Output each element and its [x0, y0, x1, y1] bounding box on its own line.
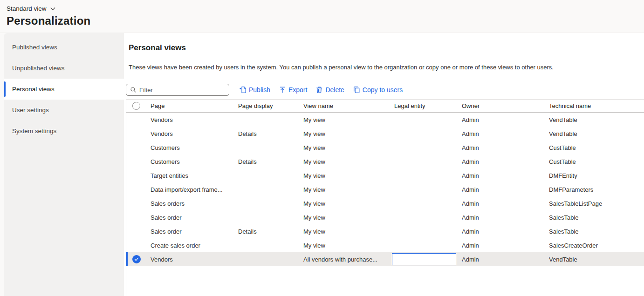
table-row[interactable]: Sales orders My view Admin SalesTableLis… — [126, 196, 644, 210]
cell-page: Customers — [151, 158, 238, 165]
table-body: Vendors My view Admin VendTable Vendors … — [126, 113, 644, 266]
cell-page: Data import/export frame... — [151, 186, 238, 193]
cell-owner: Admin — [462, 242, 549, 249]
cell-technical-name: SalesTable — [549, 228, 644, 235]
cell-page: Vendors — [151, 256, 238, 263]
cell-owner: Admin — [462, 172, 549, 179]
sidebar-item-label: Published views — [12, 44, 57, 51]
cell-legal-entity — [394, 253, 462, 265]
cell-page-display: Details — [238, 158, 303, 165]
content-area: Published views Unpublished views Person… — [0, 33, 644, 296]
main-panel: Personal views These views have been cre… — [124, 33, 644, 296]
check-icon — [134, 256, 139, 262]
cell-owner: Admin — [462, 228, 549, 235]
copy-to-users-label: Copy to users — [363, 86, 403, 94]
cell-page: Vendors — [151, 130, 238, 137]
sidebar-item-system-settings[interactable]: System settings — [4, 121, 124, 141]
cell-technical-name: VendTable — [549, 130, 644, 137]
view-selector[interactable]: Standard view — [7, 5, 56, 12]
chevron-down-icon — [50, 6, 56, 12]
cell-technical-name: CustTable — [549, 144, 644, 151]
cell-page: Target entities — [151, 172, 238, 179]
cell-owner: Admin — [462, 256, 549, 263]
cell-view-name: My view — [303, 172, 394, 179]
table-row[interactable]: Vendors Details My view Admin VendTable — [126, 127, 644, 141]
left-gutter — [0, 33, 4, 296]
sidebar-item-label: Unpublished views — [12, 65, 65, 72]
sidebar-item-user-settings[interactable]: User settings — [4, 100, 124, 121]
sidebar-nav: Published views Unpublished views Person… — [4, 37, 124, 141]
column-header-page-display[interactable]: Page display — [238, 102, 303, 109]
cell-view-name: My view — [303, 200, 394, 207]
table-row[interactable]: Sales order My view Admin SalesTable — [126, 210, 644, 224]
section-description: These views have been created by users i… — [129, 64, 644, 71]
cell-view-name: My view — [303, 116, 394, 123]
table-row[interactable]: Customers My view Admin CustTable — [126, 141, 644, 155]
column-header-legal-entity[interactable]: Legal entity — [394, 102, 462, 109]
personal-views-grid: Page Page display View name Legal entity… — [126, 99, 644, 296]
publish-label: Publish — [249, 86, 270, 94]
export-button[interactable]: Export — [274, 85, 311, 94]
table-row[interactable]: Data import/export frame... My view Admi… — [126, 182, 644, 196]
cell-view-name: My view — [303, 144, 394, 151]
section-heading: Personal views — [129, 43, 644, 53]
export-icon — [279, 86, 286, 94]
toolbar-actions: Publish Export Delete Copy to users — [235, 85, 407, 94]
cell-view-name: My view — [303, 214, 394, 221]
toolbar: Publish Export Delete Copy to users — [126, 84, 644, 96]
export-label: Export — [288, 86, 307, 94]
cell-technical-name: VendTable — [549, 256, 644, 263]
legal-entity-input[interactable] — [392, 253, 456, 265]
view-selector-label: Standard view — [7, 5, 47, 12]
cell-technical-name: SalesCreateOrder — [549, 242, 644, 249]
delete-label: Delete — [325, 86, 344, 94]
cell-page: Create sales order — [151, 242, 238, 249]
cell-technical-name: DMFEntity — [549, 172, 644, 179]
sidebar-item-published-views[interactable]: Published views — [4, 37, 124, 58]
cell-view-name: My view — [303, 158, 394, 165]
filter-box — [126, 84, 229, 96]
cell-page: Sales order — [151, 214, 238, 221]
copy-to-users-button[interactable]: Copy to users — [349, 85, 407, 94]
cell-technical-name: SalesTable — [549, 214, 644, 221]
sidebar-item-label: Personal views — [12, 86, 55, 93]
column-header-owner[interactable]: Owner — [462, 102, 549, 109]
selected-row-indicator — [126, 252, 128, 266]
page-title: Personalization — [7, 14, 644, 27]
cell-page: Customers — [151, 144, 238, 151]
sidebar: Published views Unpublished views Person… — [4, 33, 124, 296]
cell-page: Vendors — [151, 116, 238, 123]
table-row[interactable]: Create sales order My view Admin SalesCr… — [126, 238, 644, 252]
grid-header: Page Page display View name Legal entity… — [126, 99, 644, 113]
sidebar-item-personal-views[interactable]: Personal views — [4, 79, 124, 100]
publish-button[interactable]: Publish — [235, 85, 274, 94]
copy-icon — [353, 86, 360, 94]
delete-button[interactable]: Delete — [311, 85, 348, 94]
column-header-page[interactable]: Page — [151, 102, 238, 109]
table-row[interactable]: Target entities My view Admin DMFEntity — [126, 168, 644, 182]
cell-owner: Admin — [462, 214, 549, 221]
column-header-technical-name[interactable]: Technical name — [549, 102, 644, 109]
cell-owner: Admin — [462, 200, 549, 207]
filter-input[interactable] — [139, 87, 225, 94]
top-header: Standard view Personalization — [0, 0, 644, 33]
cell-owner: Admin — [462, 130, 549, 137]
cell-technical-name: VendTable — [549, 116, 644, 123]
publish-icon — [239, 86, 247, 94]
column-header-view-name[interactable]: View name — [303, 102, 394, 109]
row-checkbox-checked[interactable] — [132, 255, 141, 263]
sidebar-item-unpublished-views[interactable]: Unpublished views — [4, 58, 124, 79]
cell-technical-name: SalesTableListPage — [549, 200, 644, 207]
cell-owner: Admin — [462, 158, 549, 165]
cell-view-name: My view — [303, 228, 394, 235]
cell-page-display: Details — [238, 228, 303, 235]
table-row[interactable]: Vendors My view Admin VendTable — [126, 113, 644, 127]
table-row[interactable]: Vendors All vendors with purchase... Adm… — [126, 252, 644, 266]
cell-owner: Admin — [462, 186, 549, 193]
select-all-checkbox[interactable] — [132, 102, 140, 110]
cell-technical-name: DMFParameters — [549, 186, 644, 193]
table-row[interactable]: Sales order Details My view Admin SalesT… — [126, 224, 644, 238]
cell-owner: Admin — [462, 116, 549, 123]
cell-view-name: All vendors with purchase... — [303, 256, 394, 263]
table-row[interactable]: Customers Details My view Admin CustTabl… — [126, 155, 644, 168]
